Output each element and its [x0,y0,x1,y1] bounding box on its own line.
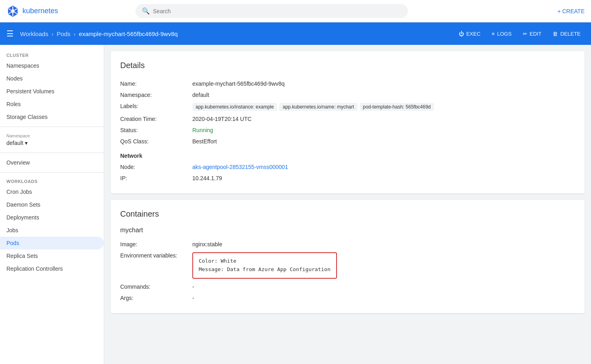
container-label-commands: Commands: [120,281,192,292]
create-button[interactable]: + CREATE [557,8,585,14]
cluster-section-title: Cluster [0,50,104,59]
search-input[interactable] [153,8,401,14]
sidebar-divider-2 [0,153,104,153]
sidebar-item-roles[interactable]: Roles [0,98,104,111]
breadcrumb-current: example-mychart-565fbc469d-9wv8q [79,30,178,37]
detail-label-ip: IP: [120,173,192,184]
detail-label-qos: QoS Class: [120,136,192,147]
detail-label-labels: Labels: [120,101,192,113]
breadcrumb-workloads[interactable]: Workloads [20,30,48,37]
detail-value-ip: 10.244.1.79 [192,173,575,184]
namespace-value: default [6,140,23,146]
sidebar-item-cron-jobs[interactable]: Cron Jobs [0,185,104,198]
detail-row-network-header: Network [120,147,575,161]
sidebar-item-deployments[interactable]: Deployments [0,211,104,224]
container-name: mychart [120,227,575,234]
label-chip-instance: app.kubernetes.io/instance: example [192,103,277,111]
container-label-env: Environment variables: [120,250,192,281]
container-row-image: Image: nginx:stable [120,239,575,250]
detail-value-namespace: default [192,89,575,101]
detail-row-ip: IP: 10.244.1.79 [120,173,575,184]
container-value-image: nginx:stable [192,239,575,250]
container-label-image: Image: [120,239,192,250]
exec-icon: ⏻ [459,31,464,37]
layout: Cluster Namespaces Nodes Persistent Volu… [0,45,591,364]
detail-label-status: Status: [120,125,192,136]
sidebar-item-pods[interactable]: Pods [0,237,104,249]
details-card-title: Details [120,61,575,70]
detail-row-qos: QoS Class: BestEffort [120,136,575,147]
breadcrumb: Workloads › Pods › example-mychart-565fb… [20,30,178,37]
detail-row-namespace: Namespace: default [120,89,575,101]
container-value-commands: - [192,281,575,292]
detail-label-name: Name: [120,78,192,89]
detail-value-qos: BestEffort [192,136,575,147]
detail-row-labels: Labels: app.kubernetes.io/instance: exam… [120,101,575,113]
detail-value-name: example-mychart-565fbc469d-9wv8q [192,78,575,89]
main-content: Details Name: example-mychart-565fbc469d… [104,45,591,364]
logs-icon: ≡ [492,31,495,37]
sidebar-item-overview[interactable]: Overview [0,156,104,169]
search-icon: 🔍 [142,7,150,15]
sidebar-item-nodes[interactable]: Nodes [0,72,104,85]
node-link[interactable]: aks-agentpool-28532155-vmss000001 [192,164,288,170]
breadcrumb-sep-2: › [74,30,76,37]
svg-point-1 [11,9,15,13]
edit-label: EDIT [530,31,542,37]
container-row-args: Args: - [120,292,575,304]
container-value-env: Color: White Message: Data from Azure Ap… [192,250,575,281]
delete-button[interactable]: 🗑 DELETE [549,28,585,39]
detail-network-section: Network [120,147,192,161]
env-var-color: Color: White [199,257,331,265]
detail-label-creation-time: Creation Time: [120,113,192,125]
sidebar-divider-3 [0,172,104,173]
detail-row-name: Name: example-mychart-565fbc469d-9wv8q [120,78,575,89]
labels-container: app.kubernetes.io/instance: example app.… [192,103,575,111]
app-title: kubernetes [22,7,58,15]
delete-label: DELETE [560,31,581,37]
workloads-section-title: Workloads [0,176,104,185]
sidebar-item-storage-classes[interactable]: Storage Classes [0,111,104,123]
sidebar-item-namespaces[interactable]: Namespaces [0,59,104,72]
detail-row-status: Status: Running [120,125,575,136]
kubernetes-logo-icon [6,5,19,18]
namespace-select[interactable]: default ▾ [6,140,97,146]
sidebar-item-persistent-volumes[interactable]: Persistent Volumes [0,85,104,98]
search-bar: 🔍 [135,4,408,18]
detail-value-creation-time: 2020-04-19T20:14 UTC [192,113,575,125]
container-row-commands: Commands: - [120,281,575,292]
sidebar-item-jobs[interactable]: Jobs [0,224,104,237]
hamburger-icon[interactable]: ☰ [6,29,14,38]
logo-area: kubernetes [6,5,58,18]
container-row-env: Environment variables: Color: White Mess… [120,250,575,281]
containers-card: Containers mychart Image: nginx:stable E… [111,200,585,313]
details-table: Name: example-mychart-565fbc469d-9wv8q N… [120,78,575,184]
sidebar-item-replication-controllers[interactable]: Replication Controllers [0,262,104,275]
label-chip-hash: pod-template-hash: 565fbc469d [360,103,434,111]
detail-value-labels: app.kubernetes.io/instance: example app.… [192,101,575,113]
detail-value-status: Running [192,125,575,136]
detail-row-node: Node: aks-agentpool-28532155-vmss000001 [120,161,575,173]
env-var-message: Message: Data from Azure App Configurati… [199,265,331,274]
containers-table: Image: nginx:stable Environment variable… [120,239,575,304]
exec-button[interactable]: ⏻ EXEC [455,28,484,39]
nav-bar: ☰ Workloads › Pods › example-mychart-565… [0,22,591,45]
details-card: Details Name: example-mychart-565fbc469d… [111,51,585,193]
top-bar: kubernetes 🔍 + CREATE [0,0,591,22]
edit-button[interactable]: ✏ EDIT [519,28,546,39]
sidebar-item-replica-sets[interactable]: Replica Sets [0,249,104,262]
logs-button[interactable]: ≡ LOGS [488,28,516,39]
containers-card-title: Containers [120,209,575,219]
breadcrumb-pods[interactable]: Pods [57,30,71,37]
sidebar-item-daemon-sets[interactable]: Daemon Sets [0,198,104,211]
container-value-args: - [192,292,575,304]
chevron-down-icon: ▾ [25,140,28,146]
env-vars-box: Color: White Message: Data from Azure Ap… [192,252,337,279]
sidebar: Cluster Namespaces Nodes Persistent Volu… [0,45,104,364]
namespace-section: Namespace default ▾ [0,130,104,149]
namespace-label: Namespace [6,133,97,138]
breadcrumb-sep-1: › [52,30,54,37]
delete-icon: 🗑 [553,31,558,37]
detail-label-node: Node: [120,161,192,173]
label-chip-name: app.kubernetes.io/name: mychart [279,103,357,111]
